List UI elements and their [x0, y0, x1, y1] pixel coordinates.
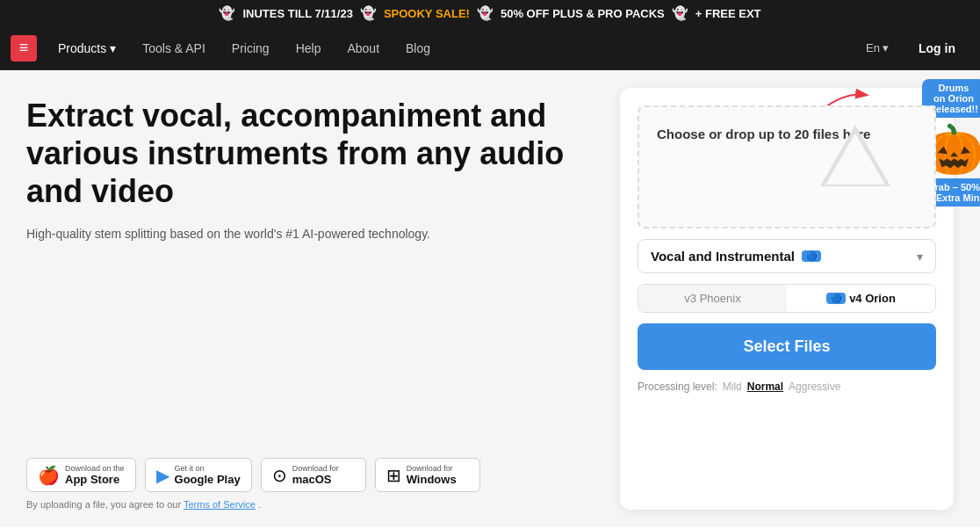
- appstore-label-big: App Store: [65, 473, 125, 486]
- version-tabs: v3 Phoenix 🔵 v4 Orion: [638, 284, 936, 313]
- googleplay-label-big: Google Play: [175, 473, 241, 486]
- nav-logo[interactable]: ≡: [11, 35, 37, 62]
- nav-right: En ▾ Log in: [857, 35, 969, 62]
- select-files-button[interactable]: Select Files: [638, 323, 936, 370]
- nav-items: Products ▾ Tools & API Pricing Help Abou…: [46, 34, 857, 62]
- processing-level-row: Processing level: Mild Normal Aggressive: [638, 380, 936, 393]
- banner-ghost-1: 👻: [219, 5, 235, 21]
- windows-badge[interactable]: ⊞ Download for Windows: [375, 458, 480, 492]
- banner-text-1: INUTES TILL 7/11/23: [242, 7, 352, 20]
- googleplay-badge[interactable]: ▶ Get it on Google Play: [145, 458, 252, 492]
- windows-label-big: Windows: [407, 473, 457, 486]
- sub-heading: High-quality stem splitting based on the…: [26, 225, 594, 243]
- orion-icon: 🔵: [826, 293, 846, 304]
- promo-banner: 👻 INUTES TILL 7/11/23 👻 SPOOKY SALE! 👻 5…: [0, 0, 980, 26]
- separator-dropdown[interactable]: Vocal and Instrumental 🔵 ▾: [638, 239, 936, 273]
- nav-item-blog[interactable]: Blog: [393, 34, 443, 62]
- processing-normal[interactable]: Normal: [747, 380, 783, 393]
- banner-ghost-3: 👻: [477, 5, 494, 21]
- nav-item-pricing[interactable]: Pricing: [220, 34, 282, 62]
- macos-icon: ⊙: [272, 465, 287, 486]
- terms-link[interactable]: Terms of Service: [184, 499, 256, 510]
- appstore-badge[interactable]: 🍎 Download on the App Store: [26, 458, 136, 492]
- lang-label: En: [866, 41, 880, 54]
- language-selector[interactable]: En ▾: [857, 36, 897, 60]
- upload-icon-inner: [825, 134, 885, 185]
- chevron-down-icon: ▾: [110, 41, 116, 55]
- dropdown-label: Vocal and Instrumental: [651, 249, 795, 264]
- login-button[interactable]: Log in: [904, 35, 969, 62]
- nav-label-pricing: Pricing: [232, 41, 270, 55]
- nav-item-products[interactable]: Products ▾: [46, 34, 128, 62]
- lang-chevron-icon: ▾: [883, 41, 889, 54]
- hero-section: Extract vocal, accompaniment and various…: [26, 88, 594, 510]
- tab-v4-orion[interactable]: 🔵 v4 Orion: [787, 285, 935, 312]
- banner-ghost-4: 👻: [672, 5, 688, 21]
- processing-mild[interactable]: Mild: [723, 380, 742, 393]
- model-badge: 🔵: [802, 250, 821, 262]
- nav-item-about[interactable]: About: [335, 34, 392, 62]
- store-badges: 🍎 Download on the App Store ▶ Get it on …: [26, 440, 594, 492]
- windows-icon: ⊞: [386, 465, 401, 486]
- nav-label-products: Products: [58, 41, 106, 55]
- processing-aggressive[interactable]: Aggressive: [789, 380, 840, 393]
- banner-ghost-2: 👻: [360, 5, 377, 21]
- banner-text-2: 50% OFF PLUS & PRO PACKS: [501, 7, 665, 20]
- apple-icon: 🍎: [38, 465, 60, 486]
- appstore-label-small: Download on the: [65, 464, 125, 473]
- drop-zone[interactable]: Choose or drop up to 20 files here: [638, 105, 936, 228]
- tab-v3-phoenix[interactable]: v3 Phoenix: [638, 285, 787, 312]
- banner-text-3: + FREE EXT: [695, 7, 761, 20]
- nav-label-help: Help: [296, 41, 321, 55]
- nav-label-tools: Tools & API: [142, 41, 205, 55]
- tab-v3-label: v3 Phoenix: [684, 292, 740, 305]
- macos-label-small: Download for: [292, 464, 339, 473]
- main-heading: Extract vocal, accompaniment and various…: [26, 97, 594, 211]
- nav-item-tools[interactable]: Tools & API: [130, 34, 218, 62]
- tab-v4-label: v4 Orion: [849, 292, 896, 305]
- nav-item-help[interactable]: Help: [284, 34, 334, 62]
- chevron-down-icon: ▾: [917, 250, 923, 264]
- nav-label-blog: Blog: [406, 41, 430, 55]
- terms-period: .: [258, 499, 261, 510]
- banner-highlight: SPOOKY SALE!: [384, 7, 470, 20]
- processing-label: Processing level:: [638, 380, 717, 393]
- googleplay-label-small: Get it on: [175, 464, 241, 473]
- macos-label-big: macOS: [292, 473, 339, 486]
- terms-row: By uploading a file, you agree to our Te…: [26, 499, 594, 510]
- terms-text: By uploading a file, you agree to our: [26, 499, 181, 510]
- google-play-icon: ▶: [156, 465, 169, 486]
- upload-card: Drumson OrionReleased!! 🎃 Grab – 50%+ Ex…: [620, 88, 954, 510]
- nav-label-about: About: [347, 41, 379, 55]
- windows-label-small: Download for: [407, 464, 457, 473]
- macos-badge[interactable]: ⊙ Download for macOS: [261, 458, 366, 492]
- navbar: ≡ Products ▾ Tools & API Pricing Help Ab…: [0, 26, 980, 70]
- main-content: Extract vocal, accompaniment and various…: [0, 70, 980, 527]
